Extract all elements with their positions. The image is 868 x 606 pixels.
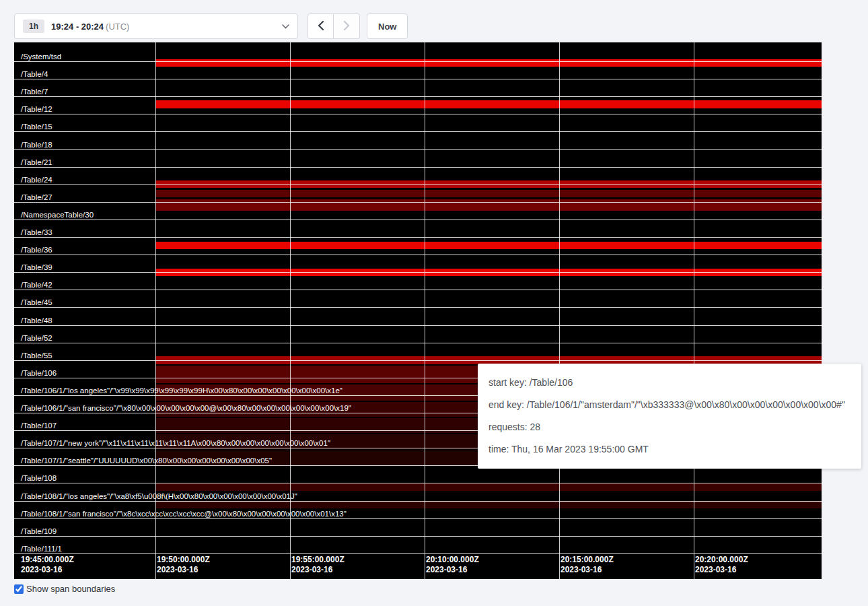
tick-date: 2023-03-16 xyxy=(21,565,74,575)
span-boundary-line xyxy=(14,518,822,519)
heat-band[interactable] xyxy=(155,242,822,249)
span-boundary-line xyxy=(14,96,822,97)
chevron-down-icon xyxy=(282,24,289,29)
key-span-label: /Table/108/1/"los angeles"/"\xa8\xf5\u00… xyxy=(21,492,297,501)
tooltip-line: requests: 28 xyxy=(489,416,851,438)
now-button[interactable]: Now xyxy=(367,13,408,39)
span-boundary-line xyxy=(14,553,822,554)
span-boundary-line xyxy=(14,325,822,326)
tooltip-line: end key: /Table/106/1/"amsterdam"/"\xb33… xyxy=(489,394,851,416)
span-boundary-line xyxy=(14,360,822,361)
tick-time: 19:45:00.000Z xyxy=(21,555,74,565)
tick-date: 2023-03-16 xyxy=(157,565,210,575)
span-boundary-line xyxy=(14,343,822,343)
span-boundary-line xyxy=(14,167,822,168)
tick-time: 20:10:00.000Z xyxy=(426,555,479,565)
x-axis-tick-label: 19:45:00.000Z2023-03-16 xyxy=(21,555,74,575)
tick-date: 2023-03-16 xyxy=(695,565,748,575)
key-span-label: /Table/27 xyxy=(21,193,52,202)
heat-band[interactable] xyxy=(155,190,822,197)
key-span-label: /Table/33 xyxy=(21,228,52,237)
time-gridline xyxy=(694,42,694,579)
key-span-label: /NamespaceTable/30 xyxy=(21,211,94,220)
span-boundary-line xyxy=(14,61,822,62)
x-axis-tick-label: 19:55:00.000Z2023-03-16 xyxy=(291,555,345,575)
time-nav-group xyxy=(308,13,360,39)
span-boundaries-control: Show span boundaries xyxy=(14,584,115,594)
x-axis-tick-label: 20:10:00.000Z2023-03-16 xyxy=(426,555,479,575)
heat-band[interactable] xyxy=(155,59,822,67)
key-span-label: /Table/15 xyxy=(21,123,52,131)
time-range-label: 19:24 - 20:24(UTC) xyxy=(51,22,129,32)
span-boundary-line xyxy=(14,237,822,238)
key-span-label: /Table/36 xyxy=(21,246,52,255)
heat-band[interactable] xyxy=(155,199,822,211)
span-boundary-line xyxy=(14,290,822,290)
show-span-boundaries-checkbox[interactable] xyxy=(14,584,24,594)
tooltip-line: time: Thu, 16 Mar 2023 19:55:00 GMT xyxy=(489,438,851,461)
span-boundary-line xyxy=(14,79,822,79)
heat-band[interactable] xyxy=(155,501,822,508)
x-axis-tick-label: 19:50:00.000Z2023-03-16 xyxy=(157,555,210,575)
x-axis-tick-label: 20:15:00.000Z2023-03-16 xyxy=(560,555,614,575)
x-axis-tick-label: 20:20:00.000Z2023-03-16 xyxy=(695,555,748,575)
heat-band[interactable] xyxy=(155,100,822,108)
key-span-label: /Table/48 xyxy=(21,316,52,325)
tick-time: 19:55:00.000Z xyxy=(291,555,345,565)
time-range-selector[interactable]: 1h 19:24 - 20:24(UTC) xyxy=(14,13,298,39)
span-boundary-line xyxy=(14,220,822,220)
key-span-label: /Table/45 xyxy=(21,298,52,307)
tick-date: 2023-03-16 xyxy=(291,565,345,575)
key-span-label: /Table/107/1/"seattle"/"UUUUUUD\x00\x80\… xyxy=(21,457,272,465)
heatmap-canvas[interactable]: /System/tsd/Table/4/Table/7/Table/12/Tab… xyxy=(14,42,822,579)
span-boundary-line xyxy=(14,307,822,308)
chevron-right-icon xyxy=(343,21,350,32)
key-span-label: /Table/42 xyxy=(21,281,52,290)
span-boundary-line xyxy=(14,184,822,185)
key-span-label: /Table/12 xyxy=(21,105,52,114)
span-boundary-line xyxy=(14,501,822,502)
key-span-label: /Table/21 xyxy=(21,158,52,167)
previous-time-button[interactable] xyxy=(308,13,334,39)
tick-date: 2023-03-16 xyxy=(426,565,479,575)
key-span-label: /Table/106/1/"san francisco"/"\x80\x00\x… xyxy=(21,404,351,413)
key-span-label: /Table/108 xyxy=(21,474,57,483)
hover-tooltip: start key: /Table/106end key: /Table/106… xyxy=(478,364,861,469)
span-boundary-line xyxy=(14,114,822,114)
tooltip-line: start key: /Table/106 xyxy=(489,372,851,394)
span-boundary-line xyxy=(14,536,822,537)
tick-time: 19:50:00.000Z xyxy=(157,555,210,565)
span-boundary-line xyxy=(14,483,822,483)
timezone-label: (UTC) xyxy=(106,22,129,32)
key-span-label: /Table/24 xyxy=(21,176,52,184)
key-span-label: /Table/18 xyxy=(21,141,52,149)
span-boundary-line xyxy=(14,272,822,273)
key-span-label: /System/tsd xyxy=(21,53,61,61)
tick-time: 20:15:00.000Z xyxy=(560,555,614,565)
key-span-label: /Table/39 xyxy=(21,263,52,272)
key-span-label: /Table/107 xyxy=(21,422,57,430)
key-span-label: /Table/55 xyxy=(21,351,52,360)
tick-date: 2023-03-16 xyxy=(560,565,614,575)
span-boundary-line xyxy=(14,131,822,132)
span-boundary-line xyxy=(14,149,822,150)
toolbar: 1h 19:24 - 20:24(UTC) Now xyxy=(14,13,408,39)
key-span-label: /Table/7 xyxy=(21,88,48,96)
key-span-label: /Table/4 xyxy=(21,70,48,79)
tick-time: 20:20:00.000Z xyxy=(695,555,748,565)
time-gridline xyxy=(425,42,425,579)
key-span-label: /Table/107/1/"new york"/"\x11\x11\x11\x1… xyxy=(21,439,330,448)
duration-badge: 1h xyxy=(23,20,44,33)
key-span-label: /Table/52 xyxy=(21,334,52,343)
time-gridline xyxy=(559,42,560,579)
key-span-label: /Table/111/1 xyxy=(21,545,62,553)
span-boundary-line xyxy=(14,255,822,255)
time-range-value: 19:24 - 20:24 xyxy=(51,22,104,32)
show-span-boundaries-label: Show span boundaries xyxy=(26,584,115,594)
heat-band[interactable] xyxy=(155,483,822,491)
key-span-label: /Table/106/1/"los angeles"/"\x99\x99\x99… xyxy=(21,386,342,395)
next-time-button[interactable] xyxy=(334,13,360,39)
key-span-label: /Table/109 xyxy=(21,527,57,536)
key-span-label: /Table/106 xyxy=(21,369,57,378)
span-boundary-line xyxy=(14,202,822,203)
